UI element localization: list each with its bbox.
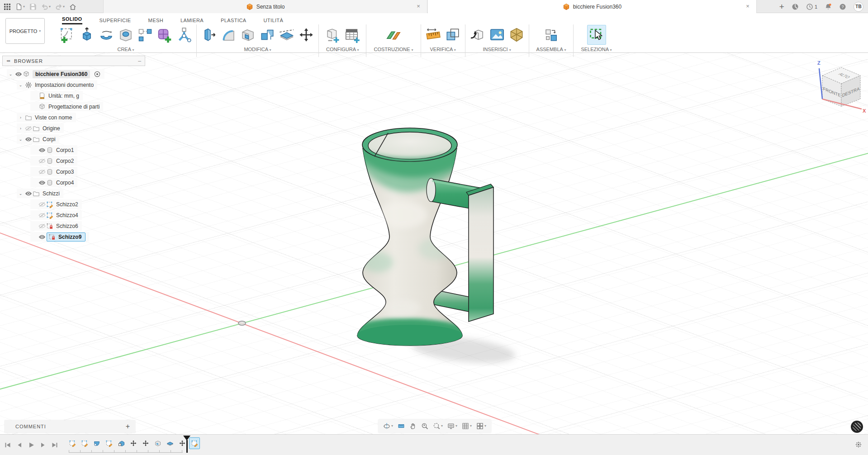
collapse-panel-icon[interactable]: ◂◂ <box>6 59 9 63</box>
tree-item-unit-mm-g[interactable]: Unità: mm, g <box>30 91 83 100</box>
tree-collapse-icon[interactable]: ⌄ <box>7 71 14 78</box>
revolve-button[interactable] <box>97 25 116 45</box>
tree-item-schizzo9[interactable]: Schizzo9 <box>30 232 89 242</box>
create-mesh-button[interactable] <box>155 25 174 45</box>
ribbon-group-label-verifica[interactable]: VERIFICA ▾ <box>426 47 460 52</box>
visibility-eye-icon[interactable] <box>24 190 32 197</box>
pattern-button[interactable] <box>136 25 155 45</box>
tree-item-bicchiere-fusion360[interactable]: ⌄bicchiere Fusion360 <box>7 69 104 79</box>
zoom-window-button[interactable]: ▾ <box>432 422 444 431</box>
undo-button[interactable]: ▾ <box>41 3 51 10</box>
timeline-feature-body-copy-icon[interactable] <box>116 437 127 449</box>
create-form-button[interactable] <box>175 25 194 45</box>
tree-collapse-icon[interactable]: ⌄ <box>17 81 24 89</box>
env-tab-lamiera[interactable]: LAMIERA <box>180 18 204 24</box>
home-button[interactable] <box>69 3 76 10</box>
ribbon-group-label-assembla[interactable]: ASSEMBLA ▾ <box>532 47 571 52</box>
add-comment-button[interactable]: + <box>126 423 130 430</box>
close-tab-icon[interactable]: × <box>745 3 751 9</box>
project-menu-button[interactable]: PROGETTO ▾ <box>5 18 45 44</box>
tree-item-impostazioni-documento[interactable]: ⌄Impostazioni documento <box>17 80 97 90</box>
app-grid-button[interactable] <box>4 3 11 10</box>
ribbon-group-label-modifica[interactable]: MODIFICA ▾ <box>239 47 275 52</box>
notifications-bell-icon[interactable] <box>825 3 832 10</box>
combine-button[interactable] <box>258 25 277 45</box>
extensions-icon[interactable] <box>792 3 799 10</box>
pan-button[interactable] <box>408 422 418 431</box>
env-tab-solido[interactable]: SOLIDO <box>62 16 82 24</box>
ribbon-group-label-configura[interactable]: CONFIGURA ▾ <box>322 47 363 52</box>
tree-item-corpo3[interactable]: Corpo3 <box>30 167 77 176</box>
timeline-feature-shell-icon[interactable] <box>152 437 163 449</box>
visibility-eye-icon[interactable] <box>38 201 46 208</box>
ribbon-group-label-inserisci[interactable]: INSERISCI ▾ <box>479 47 516 52</box>
press-pull-button[interactable] <box>199 25 218 45</box>
timeline-feature-move-icon[interactable] <box>128 437 139 449</box>
canvas-corner-badge[interactable] <box>851 421 863 433</box>
visibility-eye-icon[interactable] <box>24 125 32 132</box>
env-tab-plastica[interactable]: PLASTICA <box>221 18 246 24</box>
go-start-button[interactable] <box>4 441 12 449</box>
new-component-button[interactable] <box>542 25 561 45</box>
derive-button[interactable] <box>468 25 487 45</box>
tree-item-progettazione-di-parti[interactable]: Progettazione di parti <box>30 102 103 111</box>
minimize-panel-icon[interactable]: – <box>138 58 141 64</box>
tree-expand-icon[interactable]: › <box>17 114 24 121</box>
comments-bar[interactable]: COMMENTI + <box>5 420 135 433</box>
tree-item-corpo4[interactable]: Corpo4 <box>30 178 77 187</box>
tree-item-schizzo4[interactable]: Schizzo4 <box>30 210 82 220</box>
split-body-button[interactable] <box>277 25 296 45</box>
step-back-button[interactable] <box>15 441 24 449</box>
tree-collapse-icon[interactable]: ⌄ <box>17 136 24 143</box>
go-end-button[interactable] <box>51 441 59 449</box>
grid-settings-button[interactable]: ▾ <box>460 422 473 431</box>
visibility-eye-icon[interactable] <box>38 233 46 241</box>
visibility-eye-icon[interactable] <box>38 147 46 154</box>
look-at-button[interactable] <box>396 422 406 431</box>
select-button[interactable] <box>587 25 606 45</box>
tree-item-schizzo6[interactable]: Schizzo6 <box>30 221 82 231</box>
configure-button[interactable] <box>323 25 342 45</box>
file-new-button[interactable]: ▾ <box>15 3 25 10</box>
timeline-feature-revolve-icon[interactable] <box>91 437 102 449</box>
zoom-button[interactable] <box>420 422 430 431</box>
tree-item-schizzo2[interactable]: Schizzo2 <box>30 199 82 209</box>
document-tab-bicchiere[interactable]: bicchiere Fusion360 × <box>428 0 757 13</box>
redo-button[interactable]: ▾ <box>55 3 65 10</box>
timeline-feature-sketch-icon[interactable] <box>67 437 78 449</box>
visibility-eye-icon[interactable] <box>24 136 32 143</box>
create-sketch-button[interactable] <box>58 25 77 45</box>
fillet-button[interactable] <box>219 25 238 45</box>
visibility-eye-icon[interactable] <box>38 212 46 219</box>
tree-item-origine[interactable]: ›Origine <box>17 123 64 133</box>
construction-plane-button[interactable] <box>384 25 403 45</box>
tree-expand-icon[interactable]: › <box>17 125 24 132</box>
move-button[interactable] <box>297 25 316 45</box>
insert-mesh-button[interactable] <box>507 25 526 45</box>
timeline-playhead[interactable] <box>183 436 191 454</box>
tree-collapse-icon[interactable]: ⌄ <box>17 190 24 197</box>
ribbon-group-label-crea[interactable]: CREA ▾ <box>113 47 138 52</box>
timeline-feature-sketch-icon[interactable] <box>104 437 114 449</box>
avatar[interactable]: TB <box>854 2 863 12</box>
timeline-feature-split-icon[interactable] <box>165 437 175 449</box>
document-tab-senza-titolo[interactable]: Senza titolo × <box>103 0 427 13</box>
section-analysis-button[interactable] <box>443 25 462 45</box>
activate-component-radio-icon[interactable] <box>94 71 101 78</box>
view-cube[interactable]: ALTO FRONTE DESTRA Z X <box>811 57 868 114</box>
hole-button[interactable] <box>116 25 135 45</box>
tree-item-schizzi[interactable]: ⌄Schizzi <box>17 189 63 198</box>
tree-item-corpo1[interactable]: Corpo1 <box>30 145 77 155</box>
shell-button[interactable] <box>238 25 257 45</box>
extrude-button[interactable] <box>77 25 96 45</box>
ribbon-group-label-seleziona[interactable]: SELEZIONA ▾ <box>576 47 616 52</box>
measure-button[interactable] <box>424 25 443 45</box>
visibility-eye-icon[interactable] <box>14 71 22 78</box>
ribbon-group-label-costruzione[interactable]: COSTRUZIONE ▾ <box>369 47 417 52</box>
step-forward-button[interactable] <box>39 441 47 449</box>
goblet-model[interactable] <box>335 113 525 366</box>
help-icon[interactable]: ? <box>839 3 846 10</box>
timeline-feature-sketch-icon[interactable] <box>79 437 90 449</box>
timeline-feature-move-icon[interactable] <box>140 437 151 449</box>
display-settings-button[interactable]: ▾ <box>446 422 459 431</box>
